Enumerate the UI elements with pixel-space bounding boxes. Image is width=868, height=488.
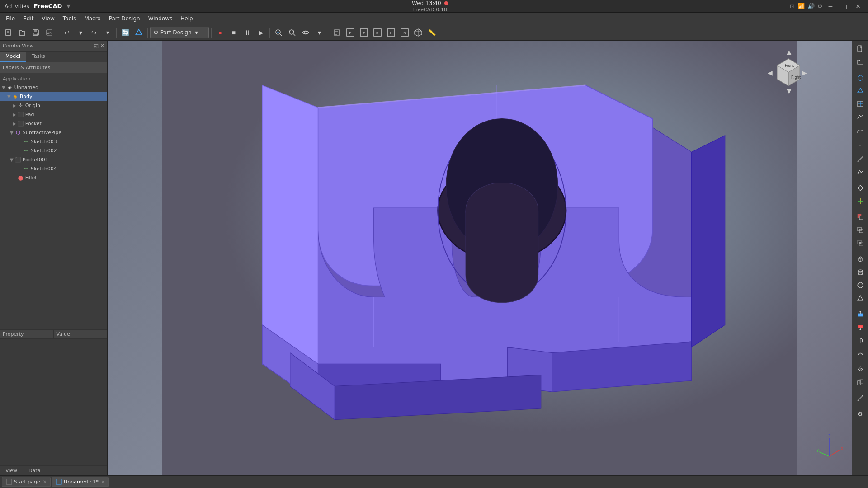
tab-model[interactable]: Model <box>0 52 26 62</box>
tree-arrow-pad[interactable]: ▶ <box>13 112 16 117</box>
zoom-in-button[interactable] <box>286 26 298 39</box>
workbench-dropdown[interactable]: ⚙ Part Design ▾ <box>150 27 209 38</box>
activities-button[interactable]: Activities <box>5 3 29 9</box>
rt-cone-button[interactable] <box>854 292 867 305</box>
menu-file[interactable]: File <box>2 14 19 23</box>
rt-settings2-button[interactable]: ⚙ <box>854 408 867 420</box>
tree-item-pad[interactable]: ▶ ⬛ Pad <box>0 110 107 119</box>
pause-button[interactable]: ⏸ <box>241 26 254 39</box>
undo-dropdown[interactable]: ▾ <box>74 26 87 39</box>
tree-arrow-subtractivepipe[interactable]: ▼ <box>10 130 14 135</box>
save-button[interactable] <box>29 26 42 39</box>
rt-mirror-button[interactable] <box>854 363 867 375</box>
rt-bool-fuse-button[interactable] <box>854 224 867 236</box>
play-button[interactable]: ▶ <box>255 26 267 39</box>
combo-close-button[interactable]: ✕ <box>100 43 104 49</box>
stop-button[interactable]: ■ <box>227 26 240 39</box>
labels-attributes-row[interactable]: Labels & Attributes <box>0 62 107 73</box>
menu-edit[interactable]: Edit <box>19 14 37 23</box>
refresh-button[interactable]: 🔄 <box>119 26 132 39</box>
iso-view-button[interactable] <box>412 26 425 39</box>
rt-axis-button[interactable] <box>854 195 867 207</box>
tree-item-sketch004[interactable]: ▶ ✏ Sketch004 <box>0 164 107 173</box>
rt-polyline-button[interactable] <box>854 166 867 178</box>
partdesign-button[interactable] <box>132 26 145 39</box>
tree-item-sketch002[interactable]: ▶ ✏ Sketch002 <box>0 146 107 155</box>
tree-arrow-body[interactable]: ▼ <box>7 94 11 99</box>
tree-item-fillet[interactable]: ▶ ● Fillet <box>0 173 107 182</box>
menu-part-design[interactable]: Part Design <box>105 14 144 23</box>
top-view-button[interactable]: T <box>358 26 370 39</box>
rt-measure2-button[interactable] <box>854 392 867 404</box>
rt-part-button[interactable]: ⬡ <box>854 71 867 84</box>
tree-item-sketch003[interactable]: ▶ ✏ Sketch003 <box>0 137 107 146</box>
rt-bool-common-button[interactable] <box>854 237 867 249</box>
redo-dropdown[interactable]: ▾ <box>101 26 114 39</box>
rt-line-button[interactable] <box>854 153 867 165</box>
rt-bool-cut-button[interactable] <box>854 211 867 223</box>
rt-sketcher-button[interactable] <box>854 98 867 110</box>
tab-tasks[interactable]: Tasks <box>26 52 51 62</box>
data-tab[interactable]: Data <box>23 466 46 475</box>
rt-point-button[interactable]: · <box>854 140 867 152</box>
menu-help[interactable]: Help <box>177 14 196 23</box>
tree-arrow-pocket[interactable]: ▶ <box>13 121 16 126</box>
tree-item-origin[interactable]: ▶ ✛ Origin <box>0 101 107 110</box>
menu-tools[interactable]: Tools <box>59 14 80 23</box>
rt-cylinder-button[interactable] <box>854 266 867 278</box>
tab-start-page[interactable]: Start page ✕ <box>2 477 51 487</box>
view-menu-button[interactable] <box>299 26 312 39</box>
rt-partdesign-button[interactable] <box>854 84 867 97</box>
tree-arrow-unnamed[interactable]: ▼ <box>2 85 5 90</box>
view-tab[interactable]: View <box>0 466 23 475</box>
rt-pipe-button[interactable] <box>854 347 867 360</box>
svg-text:▲: ▲ <box>787 50 792 56</box>
rt-pad2-button[interactable] <box>854 308 867 320</box>
rt-pocket2-button[interactable] <box>854 321 867 333</box>
tree-item-pocket001[interactable]: ▼ ⬛ Pocket001 <box>0 155 107 164</box>
left-view-button[interactable]: L <box>385 26 397 39</box>
tab-start-close[interactable]: ✕ <box>43 479 47 484</box>
view-dropdown[interactable]: ▾ <box>313 26 326 39</box>
std-home-button[interactable] <box>330 26 343 39</box>
rt-box-button[interactable] <box>854 253 867 265</box>
open-button[interactable] <box>16 26 28 39</box>
rt-revolve-button[interactable] <box>854 334 867 347</box>
menu-view[interactable]: View <box>38 14 58 23</box>
rt-file-button[interactable] <box>854 42 867 55</box>
rt-draft-button[interactable] <box>854 111 867 123</box>
rt-sphere-button[interactable] <box>854 279 867 291</box>
tree-arrow-pocket001[interactable]: ▼ <box>10 157 14 162</box>
win-close-button[interactable]: ✕ <box>853 2 863 11</box>
rt-clone-button[interactable] <box>854 376 867 389</box>
app-logo[interactable]: FreeCAD <box>34 3 62 9</box>
measure-button[interactable]: 📏 <box>425 26 438 39</box>
nav-cube[interactable]: ▲ ▼ ◀ ▶ Front Right <box>766 50 807 90</box>
tree-icon-sketch003: ✏ <box>23 138 30 145</box>
tab-unnamed[interactable]: Unnamed : 1* ✕ <box>52 477 109 487</box>
saveas-button[interactable]: AS <box>43 26 56 39</box>
tree-item-pocket[interactable]: ▶ ⬛ Pocket <box>0 119 107 128</box>
right-view-button[interactable]: R <box>371 26 384 39</box>
tree-item-unnamed[interactable]: ▼ ◈ Unnamed <box>0 83 107 92</box>
tree-arrow-origin[interactable]: ▶ <box>13 103 16 108</box>
redo-button[interactable]: ↪ <box>88 26 100 39</box>
rt-folder-button[interactable] <box>854 56 867 68</box>
rt-arch-button[interactable] <box>854 124 867 136</box>
bottom-view-button[interactable]: B <box>398 26 411 39</box>
menu-windows[interactable]: Windows <box>145 14 176 23</box>
zoom-fit-button[interactable] <box>272 26 285 39</box>
tree-item-subtractivepipe[interactable]: ▼ ⬡ SubtractivePipe <box>0 128 107 137</box>
viewport[interactable]: ▲ ▼ ◀ ▶ Front Right X Y <box>108 41 852 475</box>
front-view-button[interactable]: F <box>344 26 357 39</box>
tree-item-body[interactable]: ▼ ◈ Body <box>0 92 107 101</box>
win-max-button[interactable]: □ <box>839 2 850 11</box>
record-button[interactable]: ● <box>214 26 226 39</box>
rt-diamond-button[interactable] <box>854 182 867 194</box>
new-button[interactable] <box>2 26 15 39</box>
combo-float-button[interactable]: ◱ <box>94 43 98 49</box>
menu-macro[interactable]: Macro <box>80 14 104 23</box>
win-min-button[interactable]: − <box>825 2 836 11</box>
undo-button[interactable]: ↩ <box>61 26 73 39</box>
tab-unnamed-close[interactable]: ✕ <box>101 479 105 484</box>
